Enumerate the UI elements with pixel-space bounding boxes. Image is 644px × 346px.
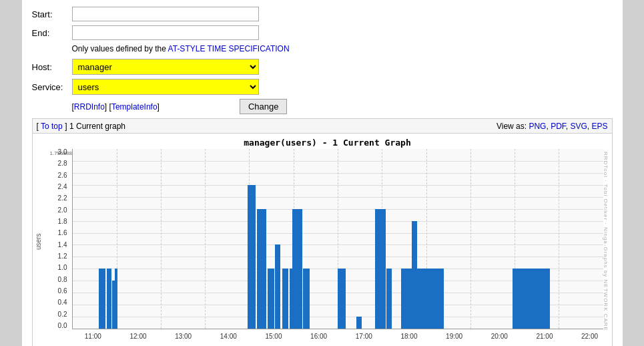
x-label-1800: 18:00 (396, 333, 422, 340)
bar-19-1 (401, 269, 444, 329)
watermark: RRDTool · Tobi Oetiker · Ninga-Graphs by… (600, 134, 612, 346)
links-row: [ RRDInfo ] [ TemplateInfo ] Change (72, 99, 613, 114)
at-style-link[interactable]: AT-STYLE TIME SPECIFICATION (168, 44, 290, 53)
y-label-14: 1.4 (58, 242, 67, 248)
service-select[interactable]: users (72, 79, 259, 95)
x-label-1900: 19:00 (441, 333, 468, 340)
grid-v-11 (559, 149, 559, 329)
x-label-2100: 21:00 (531, 333, 558, 340)
bracket-close-2: ] (157, 102, 159, 112)
bar-18-1 (375, 209, 386, 329)
y-label-08: 0.8 (58, 277, 67, 283)
bar-15-2 (257, 209, 266, 329)
y-label-12: 1.2 (58, 253, 67, 260)
template-info-link[interactable]: TemplateInfo (111, 102, 157, 112)
graph-area: users manager(users) - 1 Current Graph 1… (33, 134, 612, 346)
x-label-1100: 11:00 (79, 333, 106, 340)
y-label-10: 1.0 (58, 265, 67, 271)
bar-21-1 (513, 269, 550, 329)
x-label-1200: 12:00 (125, 333, 151, 340)
bar-19-2 (412, 221, 417, 329)
x-label-2200: 22:00 (577, 333, 603, 340)
at-style-note: Only values defined by the AT-STYLE TIME… (72, 44, 613, 53)
grid-v-3 (205, 149, 206, 329)
y-label-04: 0.4 (58, 299, 67, 306)
graph-section: [ To top ] 1 Current graph View as: PNG,… (32, 118, 613, 346)
x-label-2000: 20:00 (486, 333, 513, 340)
y-label-16: 1.6 (58, 230, 67, 236)
end-input[interactable] (72, 25, 259, 40)
y-label-20: 2.0 (58, 207, 67, 214)
view-pdf-link[interactable]: PDF (551, 122, 566, 131)
graph-header: [ To top ] 1 Current graph View as: PNG,… (33, 119, 612, 134)
x-label-1500: 15:00 (260, 333, 287, 340)
bar-15-3 (268, 269, 274, 329)
bar-4 (115, 269, 117, 329)
bar-17-1 (338, 269, 346, 329)
main-container: Start: End: Only values defined by the A… (22, 0, 623, 346)
y-label-18: 1.8 (58, 218, 67, 225)
end-label: End: (32, 28, 72, 38)
start-label: Start: (32, 9, 72, 19)
graph-content: manager(users) - 1 Current Graph 1.79688… (43, 134, 612, 346)
bar-2 (107, 269, 111, 329)
start-input[interactable] (72, 7, 259, 21)
view-png-link[interactable]: PNG (529, 122, 546, 131)
rrd-info-link[interactable]: RRDInfo (74, 102, 105, 112)
header-bracket-close: ] (65, 122, 69, 131)
bracket-close-1: ] [ (105, 102, 111, 112)
y-label-24: 2.4 (58, 184, 67, 190)
graph-title: manager(users) - 1 Current Graph (43, 134, 612, 149)
y-label-26: 2.6 (58, 172, 67, 179)
x-label-1600: 16:00 (306, 333, 332, 340)
service-label: Service: (32, 82, 72, 92)
host-label: Host: (32, 62, 72, 72)
bar-15-5 (282, 269, 289, 329)
bar-15-1 (248, 185, 256, 329)
bar-15-4 (275, 244, 280, 329)
change-button[interactable]: Change (240, 99, 288, 114)
y-label-22: 2.2 (58, 195, 67, 202)
bar-16-1 (292, 209, 302, 329)
bar-18-2 (386, 269, 392, 329)
y-label-28: 2.8 (58, 160, 67, 167)
x-axis-labels: 11:00 12:00 13:00 14:00 15:00 16:00 17:0… (72, 331, 603, 346)
chart-inner (72, 149, 603, 329)
host-row: Host: manager (32, 59, 613, 75)
y-label-06: 0.6 (58, 288, 67, 295)
x-label-1700: 17:00 (350, 333, 377, 340)
grid-v-2 (161, 149, 162, 329)
graph-header-left: [ To top ] 1 Current graph (37, 121, 126, 131)
x-label-1400: 14:00 (215, 333, 242, 340)
bar-17-2 (356, 317, 362, 329)
start-row: Start: (32, 7, 613, 21)
at-style-prefix: Only values defined by the (72, 44, 166, 53)
y-label-30: 3.0 (58, 149, 67, 156)
graph-header-title: 1 Current graph (69, 122, 125, 131)
host-select[interactable]: manager (72, 59, 259, 75)
chart-wrapper: 1.7968886 3.0 2.8 2.6 2.4 2.2 2.0 1.8 1.… (49, 149, 607, 346)
y-label-02: 0.2 (58, 311, 67, 318)
bar-16-2 (303, 269, 310, 329)
y-axis-labels: 3.0 2.8 2.6 2.4 2.2 2.0 1.8 1.6 1.4 1.2 … (49, 149, 69, 329)
view-eps-link[interactable]: EPS (591, 122, 607, 131)
view-as-section: View as: PNG, PDF, SVG, EPS (497, 122, 608, 131)
bar-19-hint (401, 317, 406, 329)
view-svg-link[interactable]: SVG (570, 122, 587, 131)
grid-v-9 (470, 149, 471, 329)
service-row: Service: users (32, 79, 613, 95)
to-top-link[interactable]: To top (41, 122, 63, 131)
view-as-label: View as: (497, 122, 527, 131)
x-label-1300: 13:00 (170, 333, 197, 340)
bar-1 (99, 269, 105, 329)
end-row: End: (32, 25, 613, 40)
y-axis-label: users (33, 134, 43, 346)
y-label-00: 0.0 (58, 323, 67, 329)
watermark-text: RRDTool · Tobi Oetiker · Ninga-Graphs by… (603, 152, 609, 331)
